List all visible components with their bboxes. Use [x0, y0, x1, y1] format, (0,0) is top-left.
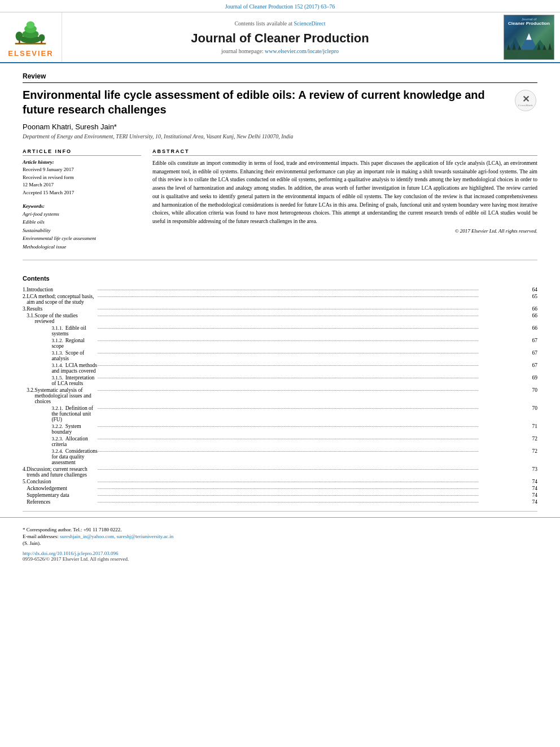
contents-row: 2. LCA method; conceptual basis, aim and…	[23, 293, 537, 305]
contents-dots: ········································…	[98, 435, 530, 448]
contents-page: 64	[530, 286, 538, 293]
article-type: Review	[23, 72, 537, 83]
contents-title-cell: 3.1.5.Interpretation of LCA results	[34, 374, 97, 387]
contents-num: 5.	[23, 478, 27, 485]
email2[interactable]: sureshj@teriuniversity.ac.in	[117, 534, 174, 539]
authors: Poonam Khatri, Suresh Jain*	[23, 123, 537, 131]
affiliation: Department of Energy and Environment, TE…	[23, 133, 537, 139]
contents-page: 67	[530, 350, 538, 362]
elsevier-tree-icon	[11, 20, 50, 48]
page: Journal of Cleaner Production 152 (2017)…	[0, 0, 560, 747]
issn-line: 0959-6526/© 2017 Elsevier Ltd. All right…	[23, 556, 537, 562]
contents-num: 1.	[23, 286, 27, 293]
abstract-header: ABSTRACT	[152, 148, 537, 156]
keyword-5: Methodological issue	[23, 243, 141, 251]
contents-dots: ········································…	[98, 286, 530, 293]
article-title-row: Environmental life cycle assessment of e…	[23, 88, 537, 117]
contents-row: 3.2.3.Allocation criteria ··············…	[23, 435, 537, 448]
contents-num: 3.	[23, 305, 27, 312]
contents-num	[23, 423, 27, 435]
cover-mountain-icon	[504, 29, 554, 59]
corresponding-note: * Corresponding author. Tel.: +91 11 718…	[23, 527, 537, 532]
keywords-block: Keywords: Agri-food systems Edible oils …	[23, 203, 141, 251]
contents-title-cell: Conclusion	[27, 478, 98, 485]
homepage-link[interactable]: www.elsevier.com/locate/jclepro	[265, 48, 339, 54]
history-label: Article history:	[23, 159, 141, 165]
contents-page: 74	[530, 485, 538, 492]
contents-table: 1. Introduction ························…	[23, 286, 537, 505]
email1[interactable]: sureshjain_in@yahoo.com,	[60, 534, 115, 539]
contents-row: 3.2.2.System boundary ··················…	[23, 423, 537, 435]
contents-dots: ········································…	[98, 325, 530, 337]
contents-page: 71	[530, 423, 538, 435]
doi-link[interactable]: http://dx.doi.org/10.1016/j.jclepro.2017…	[23, 551, 537, 556]
section-divider	[23, 260, 537, 260]
crossmark-cross-icon: ✕	[522, 95, 530, 104]
contents-dots: ········································…	[98, 293, 530, 305]
contents-row: 3.1.1.Edible oil systems ···············…	[23, 325, 537, 337]
journal-title: Journal of Cleaner Production	[191, 31, 369, 46]
article-info-header: ARTICLE INFO	[23, 148, 141, 156]
contents-row: Supplementary data ·····················…	[23, 492, 537, 499]
contents-sub-num: 3.1.	[27, 312, 34, 325]
contents-title-cell: 3.1.1.Edible oil systems	[34, 325, 97, 337]
contents-title-cell: Results	[27, 305, 98, 312]
contents-title-cell: Discussion; current research trends and …	[27, 466, 98, 478]
crossmark-inner: ✕ CrossMark	[515, 90, 536, 111]
contents-num	[23, 387, 27, 405]
science-direct-link[interactable]: ScienceDirect	[294, 20, 325, 27]
svg-rect-15	[504, 50, 554, 59]
email-label: E-mail addresses:	[23, 534, 59, 539]
journal-cover-section: Journal of Cleaner Production	[498, 12, 560, 62]
contents-row: 3.1.3.Scope of analysis ················…	[23, 350, 537, 362]
contents-page: 66	[530, 312, 538, 325]
article-content: Review Environmental life cycle assessme…	[0, 63, 560, 275]
abstract-text: Edible oils constitute an import commodi…	[152, 159, 537, 226]
contents-row: 3. Results ·····························…	[23, 305, 537, 312]
contents-title-cell: LCA method; conceptual basis, aim and sc…	[27, 293, 98, 305]
contents-dots: ········································…	[98, 362, 530, 374]
svg-point-9	[39, 34, 45, 41]
contents-num	[23, 374, 27, 387]
contents-num	[23, 312, 27, 325]
contents-row: Acknowledgement ························…	[23, 485, 537, 492]
contents-row: 3.2.Systematic analysis of methodologica…	[23, 387, 537, 405]
contents-dots: ········································…	[98, 448, 530, 466]
science-direct-line: Contents lists available at ScienceDirec…	[234, 20, 325, 27]
contents-row: 3.2.1.Definition of the functional unit …	[23, 405, 537, 423]
contents-num	[23, 405, 27, 423]
contents-dots: ········································…	[98, 374, 530, 387]
contents-dots: ········································…	[98, 350, 530, 362]
contents-dots: ········································…	[98, 405, 530, 423]
contents-page: 65	[530, 293, 538, 305]
elsevier-logo-section: ELSEVIER	[0, 12, 62, 62]
contents-page: 74	[530, 492, 538, 499]
contents-num	[23, 325, 27, 337]
contents-sub-num	[27, 362, 34, 374]
contents-num	[23, 362, 27, 374]
email-line: E-mail addresses: sureshjain_in@yahoo.co…	[23, 534, 537, 539]
contents-row: 3.1.2.Regional scope ···················…	[23, 337, 537, 350]
contents-sub-num	[27, 337, 34, 350]
contents-dots: ········································…	[98, 466, 530, 478]
journal-cover-image: Journal of Cleaner Production	[504, 15, 554, 60]
contents-num: 4.	[23, 466, 27, 478]
contents-title-cell: 3.2.1.Definition of the functional unit …	[34, 405, 97, 423]
contents-page: 74	[530, 499, 538, 505]
contents-num: 2.	[23, 293, 27, 305]
contents-row: 3.1.Scope of the studies reviewed ······…	[23, 312, 537, 325]
contents-row: 5. Conclusion ··························…	[23, 478, 537, 485]
contents-dots: ········································…	[98, 492, 530, 499]
journal-header: ELSEVIER Contents lists available at Sci…	[0, 12, 560, 63]
contents-title-cell: 3.1.2.Regional scope	[34, 337, 97, 350]
keywords-label: Keywords:	[23, 203, 141, 209]
copyright-line: © 2017 Elsevier Ltd. All rights reserved…	[152, 228, 537, 234]
citation-bar: Journal of Cleaner Production 152 (2017)…	[0, 0, 560, 12]
revised-date: 12 March 2017	[23, 181, 141, 189]
contents-row: 3.1.5.Interpretation of LCA results ····…	[23, 374, 537, 387]
keyword-2: Edible oils	[23, 218, 141, 226]
info-abstract-section: ARTICLE INFO Article history: Received 9…	[23, 148, 537, 251]
contents-page: 70	[530, 387, 538, 405]
contents-sub-num	[27, 423, 34, 435]
contents-page: 67	[530, 337, 538, 350]
